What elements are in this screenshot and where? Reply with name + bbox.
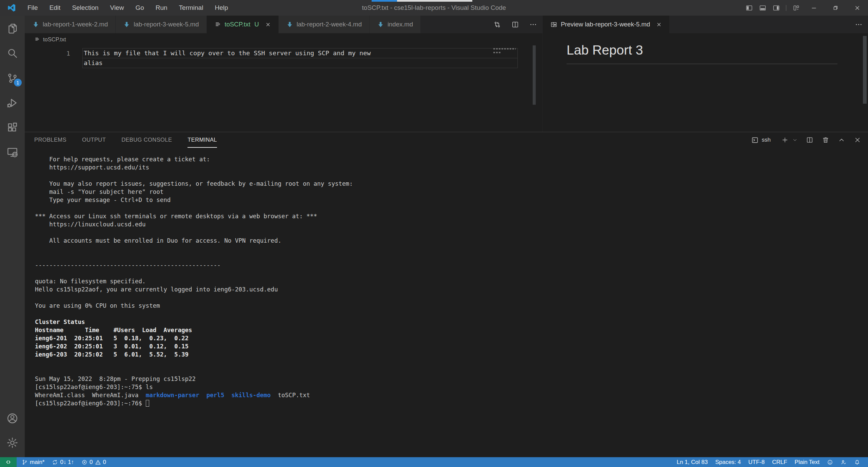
minimize-button[interactable] [803, 0, 825, 16]
breadcrumb[interactable]: toSCP.txt [25, 33, 542, 45]
indentation[interactable]: Spaces: 4 [711, 457, 745, 467]
editor-tab-index.md[interactable]: index.md [370, 16, 420, 33]
activity-item-source-control[interactable]: 1 [0, 69, 25, 86]
editor-tab-lab-report-1-week-2.md[interactable]: lab-report-1-week-2.md [25, 16, 115, 33]
dropdown-chevron-button[interactable] [792, 138, 797, 143]
layout-panel-button[interactable] [756, 0, 769, 16]
status-bar-left: main*0↓ 1↑00 [0, 457, 110, 467]
activity-item-extensions[interactable] [0, 119, 25, 136]
panel-tab-output[interactable]: OUTPUT [82, 132, 106, 148]
terminal-profile-selector[interactable]: ssh [751, 136, 771, 144]
terminal-output[interactable]: For help requests, please create a ticke… [35, 148, 868, 457]
notifications[interactable] [850, 457, 864, 467]
editor-tab-toSCP.txt[interactable]: toSCP.txtU [207, 16, 278, 33]
menu-view[interactable]: View [104, 0, 130, 16]
titlebar-progress-artifact [372, 0, 472, 2]
split-terminal-button[interactable] [806, 136, 813, 144]
maximize-panel-button[interactable] [838, 136, 845, 144]
panel-tabs: PROBLEMSOUTPUTDEBUG CONSOLETERMINAL [34, 132, 233, 148]
menu-file[interactable]: File [22, 0, 44, 16]
panel-tab-debug-console[interactable]: DEBUG CONSOLE [121, 132, 172, 148]
bottom-panel: PROBLEMSOUTPUTDEBUG CONSOLETERMINAL ssh … [25, 132, 868, 457]
kill-terminal-button[interactable] [822, 136, 829, 144]
menu-run[interactable]: Run [150, 0, 173, 16]
git-status-badge: U [254, 21, 259, 28]
customize-layout-button[interactable] [789, 0, 803, 16]
preview-actions [855, 16, 863, 33]
activity-item-remote-explorer[interactable] [0, 144, 25, 161]
eol-indicator[interactable]: CRLF [768, 457, 791, 467]
terminal-line: Hostname Time #Users Load Averages [35, 326, 868, 334]
code-editor[interactable]: 1 This is my file that I will copy over … [25, 45, 542, 132]
activity-item-explorer[interactable] [0, 20, 25, 37]
vscode-logo-icon [7, 3, 16, 13]
open-changes-button[interactable] [493, 21, 501, 28]
layout-sidebar-left-button[interactable] [742, 0, 756, 16]
menu-terminal[interactable]: Terminal [173, 0, 209, 16]
panel-header: PROBLEMSOUTPUTDEBUG CONSOLETERMINAL ssh [25, 132, 868, 148]
branch-status[interactable]: main* [18, 457, 48, 467]
encoding[interactable]: UTF-8 [745, 457, 768, 467]
editor-scrollbar[interactable] [533, 45, 536, 105]
minimap[interactable] [493, 48, 516, 53]
menu-help[interactable]: Help [209, 0, 234, 16]
breadcrumb-item[interactable]: toSCP.txt [43, 36, 66, 43]
person[interactable] [837, 457, 850, 467]
code-line-row-2[interactable]: alias [82, 58, 518, 68]
activity-bar-top: 1 [0, 16, 25, 161]
new-terminal-button[interactable] [781, 136, 789, 144]
markdown-icon [32, 21, 39, 28]
more-actions-button[interactable] [529, 21, 537, 28]
sync-label: 0↓ 1↑ [60, 459, 74, 466]
layout-sidebar-right-button[interactable] [769, 0, 783, 16]
activity-item-manage[interactable] [0, 434, 25, 451]
feedback[interactable] [823, 457, 837, 467]
panel-tab-terminal[interactable]: TERMINAL [188, 132, 217, 148]
tab-label: lab-report-1-week-2.md [43, 21, 108, 28]
panel-tab-problems[interactable]: PROBLEMS [34, 132, 66, 148]
artifact-light-strip [397, 0, 472, 2]
file-text-icon [214, 21, 221, 28]
editor-tab-lab-report-2-week-4.md[interactable]: lab-report-2-week-4.md [279, 16, 369, 33]
editor-tab-bar: lab-report-1-week-2.mdlab-report-3-week-… [25, 16, 542, 33]
language-mode[interactable]: Plain Text [791, 457, 823, 467]
terminal-line: For help requests, please create a ticke… [35, 155, 868, 163]
terminal-line [35, 171, 868, 180]
more-actions-button[interactable] [855, 21, 863, 28]
menu-go[interactable]: Go [130, 0, 150, 16]
terminal-line [35, 245, 868, 253]
terminal-line: WhereAmI.class WhereAmI.java markdown-pa… [35, 391, 868, 399]
activity-item-accounts[interactable] [0, 410, 25, 427]
file-text-icon [34, 37, 40, 42]
preview-tab-bar: Preview lab-report-3-week-5.md [543, 16, 868, 33]
cursor-position[interactable]: Ln 1, Col 83 [673, 457, 712, 467]
editor-tab-lab-report-3-week-5.md[interactable]: lab-report-3-week-5.md [116, 16, 206, 33]
source-control-badge: 1 [14, 79, 22, 86]
restore-button[interactable] [825, 0, 846, 16]
terminal-line: Cluster Status [35, 318, 868, 326]
open-preview-icon [550, 21, 557, 28]
editor-tab-Preview lab-report-3-week-5.md[interactable]: Preview lab-report-3-week-5.md [543, 16, 669, 33]
sync-status[interactable]: 0↓ 1↑ [48, 457, 78, 467]
tab-label: toSCP.txt [225, 21, 251, 28]
problems-status[interactable]: 00 [78, 457, 110, 467]
terminal-line: https://linuxcloud.ucsd.edu [35, 220, 868, 228]
activity-item-search[interactable] [0, 45, 25, 62]
split-editor-button[interactable] [511, 21, 519, 28]
close-icon[interactable] [656, 22, 662, 27]
terminal-line [35, 269, 868, 277]
panel-actions: ssh [751, 132, 861, 148]
preview-scrollbar[interactable] [863, 36, 867, 104]
close-icon[interactable] [265, 22, 271, 27]
terminal-line: [cs15lsp22aof@ieng6-203]:~:75$ ls [35, 383, 868, 391]
remote-indicator[interactable] [0, 457, 17, 467]
line-number: 1 [57, 48, 70, 58]
activity-bar: 1 [0, 16, 25, 457]
preview-tabs: Preview lab-report-3-week-5.md [543, 16, 670, 33]
activity-item-run-and-debug[interactable] [0, 94, 25, 111]
close-panel-button[interactable] [854, 136, 861, 144]
code-line-row-1[interactable]: This is my file that I will copy over to… [82, 48, 518, 58]
menu-selection[interactable]: Selection [66, 0, 104, 16]
close-button[interactable] [846, 0, 868, 16]
menu-edit[interactable]: Edit [44, 0, 66, 16]
